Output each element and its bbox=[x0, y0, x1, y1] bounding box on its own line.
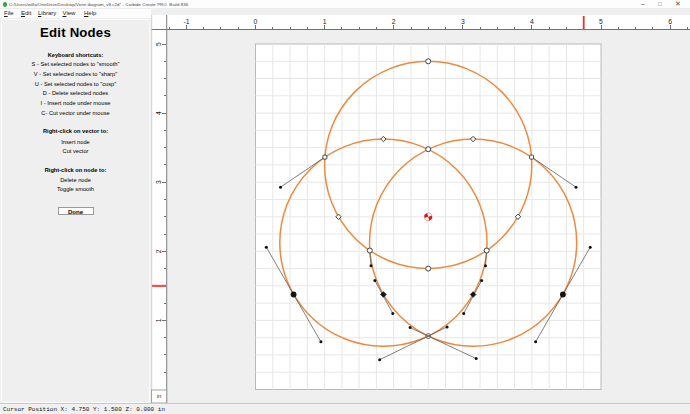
svg-text:4: 4 bbox=[530, 18, 534, 25]
svg-text:1: 1 bbox=[155, 318, 162, 322]
svg-text:2: 2 bbox=[392, 18, 396, 25]
svg-text:4: 4 bbox=[155, 111, 162, 115]
svg-text:2: 2 bbox=[155, 249, 162, 253]
svg-text:5: 5 bbox=[599, 18, 603, 25]
svg-text:in: in bbox=[157, 393, 162, 399]
svg-text:3: 3 bbox=[155, 180, 162, 184]
svg-text:-1: -1 bbox=[183, 18, 189, 25]
svg-text:0: 0 bbox=[254, 18, 258, 25]
svg-text:6: 6 bbox=[668, 18, 672, 25]
svg-text:5: 5 bbox=[155, 42, 162, 46]
svg-text:1: 1 bbox=[323, 18, 327, 25]
svg-text:3: 3 bbox=[461, 18, 465, 25]
